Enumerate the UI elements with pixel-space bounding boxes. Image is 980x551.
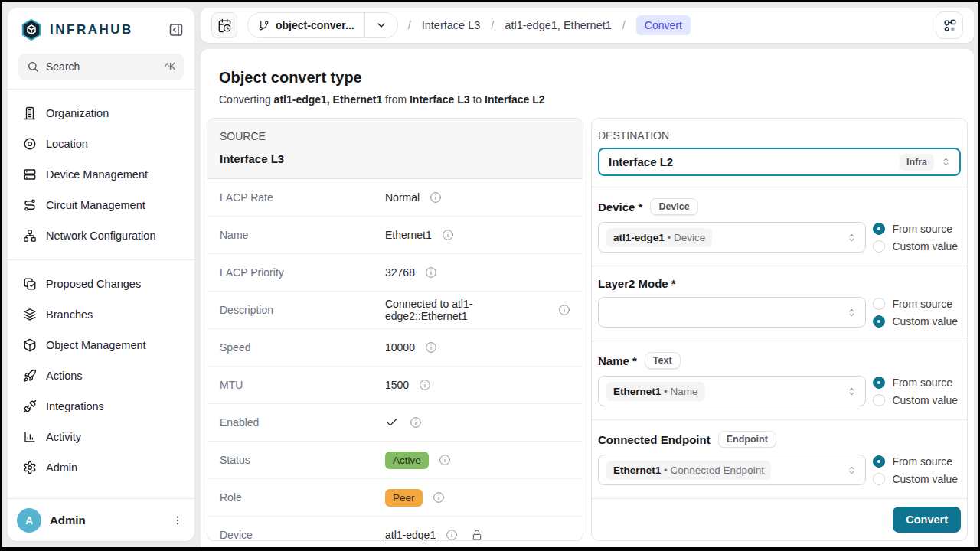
layer2-mode-select[interactable] [598, 297, 866, 328]
calendar-clock-button[interactable] [211, 12, 237, 38]
convert-button[interactable]: Convert [893, 507, 961, 533]
field-value: Normal [385, 191, 420, 204]
check-icon [385, 416, 399, 429]
table-row: Status Active [207, 442, 583, 479]
device-select[interactable]: atl1-edge1 • Device [598, 222, 866, 253]
info-icon[interactable] [425, 341, 437, 354]
topbar: object-conver... / Interface L3 / atl1-e… [201, 8, 974, 43]
radio-from-source[interactable]: From source [873, 455, 958, 468]
name-select[interactable]: Ethernet1 • Name [598, 376, 866, 406]
connected-endpoint-select[interactable]: Ethernet1 • Connected Endpoint [598, 455, 866, 485]
breadcrumb-item-interface-l3[interactable]: Interface L3 [422, 19, 481, 31]
layers-icon [23, 308, 37, 321]
radio-dot [873, 223, 885, 235]
server-icon [23, 168, 37, 181]
search-shortcut: ^K [165, 61, 175, 72]
page-title: Object convert type [219, 69, 956, 86]
sidebar-item-branches[interactable]: Branches [14, 301, 188, 328]
field-value: 1500 [385, 379, 409, 391]
sidebar-item-organization[interactable]: Organization [14, 99, 188, 127]
radio-from-source[interactable]: From source [873, 223, 958, 235]
info-icon[interactable] [439, 454, 451, 466]
source-panel: SOURCE Interface L3 LACP Rate Normal Nam… [207, 118, 583, 541]
sidebar-item-location[interactable]: Location [14, 130, 188, 158]
field-label: Device [220, 529, 385, 541]
breadcrumb-item-object[interactable]: atl1-edge1, Ethernet1 [505, 19, 611, 31]
destination-panel: DESTINATION Interface L2 Infra Device * … [591, 118, 968, 541]
subtitle-to-type: Interface L2 [485, 93, 545, 106]
diff-icon [23, 277, 37, 291]
sidebar-item-label: Admin [46, 461, 77, 474]
source-heading: SOURCE [220, 130, 570, 142]
sidebar-item-proposed-changes[interactable]: Proposed Changes [14, 270, 188, 298]
sidebar-item-label: Location [46, 138, 88, 150]
sidebar-item-label: Proposed Changes [46, 278, 141, 290]
sidebar-item-circuit-management[interactable]: Circuit Management [14, 191, 188, 219]
radio-dot [873, 315, 885, 328]
info-icon[interactable] [442, 229, 454, 241]
sidebar-collapse-icon[interactable] [168, 22, 184, 37]
field-kind-badge: Endpoint [718, 431, 776, 448]
radio-custom-value[interactable]: Custom value [873, 394, 958, 406]
select-spinner-icon [846, 465, 858, 476]
sidebar-item-integrations[interactable]: Integrations [14, 393, 188, 420]
device-link[interactable]: atl1-edge1 [385, 529, 436, 541]
search-input[interactable]: Search ^K [18, 54, 184, 80]
info-icon[interactable] [433, 491, 445, 504]
rocket-icon [23, 369, 37, 383]
building-icon [23, 106, 37, 120]
radio-from-source[interactable]: From source [873, 298, 958, 310]
sidebar-item-network-configuration[interactable]: Network Configuration [14, 222, 188, 249]
radio-dot [873, 377, 885, 389]
branch-name: object-conver... [276, 19, 354, 31]
radio-dot [873, 455, 885, 468]
source-type: Interface L3 [220, 152, 570, 165]
info-icon[interactable] [558, 304, 570, 316]
radio-custom-value[interactable]: Custom value [873, 315, 958, 328]
infrahub-logo-icon[interactable] [20, 18, 43, 41]
radio-dot [873, 473, 885, 485]
status-badge: Active [385, 452, 429, 469]
radio-from-source[interactable]: From source [873, 377, 958, 389]
radio-custom-value[interactable]: Custom value [873, 473, 958, 485]
radio-dot [873, 240, 885, 253]
info-icon[interactable] [446, 529, 458, 541]
field-label: LACP Rate [220, 191, 385, 204]
sidebar: INFRAHUB Search ^K Organization Location [8, 8, 194, 541]
search-placeholder: Search [46, 60, 80, 73]
kebab-menu-icon[interactable] [172, 514, 184, 527]
sidebar-item-device-management[interactable]: Device Management [14, 161, 188, 188]
radio-custom-value[interactable]: Custom value [873, 240, 958, 253]
sidebar-item-object-management[interactable]: Object Management [14, 331, 188, 359]
sidebar-item-actions[interactable]: Actions [14, 362, 188, 390]
info-icon[interactable] [410, 416, 422, 429]
sidebar-item-label: Circuit Management [46, 199, 145, 211]
brand-wordmark: INFRAHUB [50, 22, 133, 37]
sidebar-item-label: Integrations [46, 400, 104, 412]
info-icon[interactable] [419, 379, 431, 391]
destination-type-value: Interface L2 [609, 155, 673, 168]
source-mode-radio-group: From source Custom value [873, 455, 961, 485]
chevron-down-icon[interactable] [365, 19, 397, 31]
plug-icon [23, 399, 37, 413]
search-icon [27, 60, 39, 73]
sidebar-item-activity[interactable]: Activity [14, 423, 188, 451]
gear-icon [23, 461, 37, 474]
sidebar-nav-primary: Organization Location Device Management … [8, 90, 194, 259]
destination-type-select[interactable]: Interface L2 Infra [598, 148, 961, 176]
branch-selector[interactable]: object-conver... [247, 12, 398, 38]
field-label: Name [220, 229, 385, 241]
avatar[interactable]: A [17, 508, 41, 533]
namespace-badge: Infra [900, 154, 934, 171]
sidebar-item-admin[interactable]: Admin [14, 454, 188, 481]
schema-button[interactable] [936, 11, 963, 39]
sidebar-item-label: Device Management [46, 168, 148, 181]
info-icon[interactable] [430, 191, 442, 204]
field-label: MTU [220, 379, 385, 391]
field-value: 32768 [385, 266, 415, 279]
breadcrumb-item-convert[interactable]: Convert [636, 15, 691, 35]
subtitle-from-type: Interface L3 [410, 93, 470, 106]
info-icon[interactable] [425, 266, 437, 279]
select-spinner-icon [940, 156, 952, 168]
radio-dot [873, 394, 885, 406]
